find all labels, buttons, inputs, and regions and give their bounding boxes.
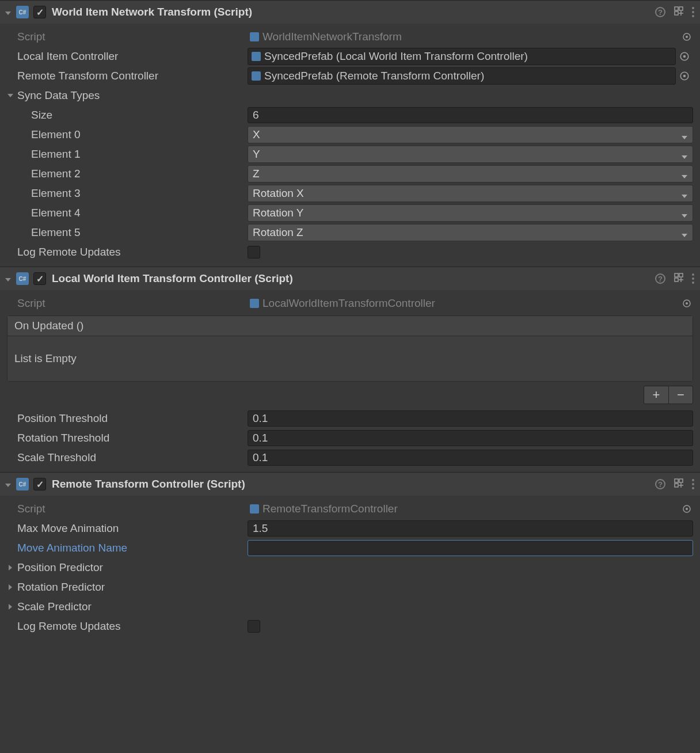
kebab-menu-icon[interactable] bbox=[692, 7, 694, 17]
element-5-dropdown[interactable]: Rotation Z bbox=[248, 224, 693, 241]
enable-checkbox[interactable] bbox=[33, 272, 46, 285]
log-remote-updates-checkbox[interactable] bbox=[248, 246, 260, 258]
rotation-threshold-label: Rotation Threshold bbox=[7, 432, 248, 444]
foldout-toggle[interactable] bbox=[5, 275, 13, 283]
foldout-toggle[interactable] bbox=[5, 480, 13, 488]
chevron-down-icon bbox=[681, 131, 688, 138]
remote-transform-controller-field[interactable]: SyncedPrefab (Remote Transform Controlle… bbox=[248, 67, 676, 85]
script-label: Script bbox=[7, 297, 248, 310]
foldout-arrow[interactable] bbox=[7, 583, 15, 591]
rotation-threshold-input[interactable] bbox=[248, 430, 693, 446]
element-3-label: Element 3 bbox=[7, 187, 248, 200]
scale-predictor-label: Scale Predictor bbox=[17, 600, 92, 613]
help-icon[interactable]: ? bbox=[655, 273, 665, 284]
local-item-controller-field[interactable]: SyncedPrefab (Local World Item Transform… bbox=[248, 48, 676, 65]
log-remote-updates-checkbox[interactable] bbox=[248, 620, 260, 633]
element-4-dropdown[interactable]: Rotation Y bbox=[248, 204, 693, 222]
component-remote-transform-controller: Remote Transform Controller (Script) ? S… bbox=[0, 472, 700, 641]
foldout-arrow[interactable] bbox=[7, 603, 15, 611]
max-move-animation-input[interactable] bbox=[248, 520, 693, 537]
event-empty-text: List is Empty bbox=[7, 336, 693, 381]
object-picker-icon[interactable] bbox=[680, 31, 693, 43]
size-input[interactable] bbox=[248, 107, 693, 123]
enable-checkbox[interactable] bbox=[33, 6, 46, 18]
component-header[interactable]: World Item Network Transform (Script) ? bbox=[0, 1, 700, 24]
chevron-down-icon bbox=[681, 229, 688, 236]
log-remote-updates-label: Log Remote Updates bbox=[7, 620, 248, 633]
help-icon[interactable]: ? bbox=[655, 479, 665, 489]
move-animation-name-label: Move Animation Name bbox=[7, 542, 248, 554]
component-title: World Item Network Transform (Script) bbox=[52, 6, 655, 18]
chevron-down-icon bbox=[681, 210, 688, 216]
add-event-button[interactable]: + bbox=[644, 386, 668, 404]
script-icon bbox=[16, 478, 29, 490]
rotation-predictor-label: Rotation Predictor bbox=[17, 581, 105, 594]
local-item-controller-label: Local Item Controller bbox=[7, 50, 248, 63]
chevron-down-icon bbox=[681, 190, 688, 197]
component-title: Local World Item Transform Controller (S… bbox=[52, 272, 655, 285]
move-animation-name-input[interactable] bbox=[248, 540, 693, 556]
object-picker-icon[interactable] bbox=[680, 297, 693, 310]
remove-event-button[interactable]: − bbox=[668, 386, 693, 404]
foldout-arrow[interactable] bbox=[7, 564, 15, 572]
enable-checkbox[interactable] bbox=[33, 478, 46, 490]
foldout-arrow[interactable] bbox=[7, 92, 15, 100]
element-1-dropdown[interactable]: Y bbox=[248, 146, 693, 163]
csharp-icon bbox=[250, 504, 259, 514]
csharp-icon bbox=[250, 32, 259, 41]
script-label: Script bbox=[7, 503, 248, 515]
component-header[interactable]: Local World Item Transform Controller (S… bbox=[0, 267, 700, 290]
object-picker-icon[interactable] bbox=[676, 48, 693, 65]
kebab-menu-icon[interactable] bbox=[692, 479, 694, 489]
element-5-label: Element 5 bbox=[7, 226, 248, 239]
csharp-icon bbox=[252, 52, 261, 61]
object-picker-icon[interactable] bbox=[680, 503, 693, 515]
max-move-animation-label: Max Move Animation bbox=[7, 522, 248, 535]
kebab-menu-icon[interactable] bbox=[692, 273, 694, 284]
script-field: WorldItemNetworkTransform bbox=[248, 29, 677, 45]
preset-icon[interactable] bbox=[674, 272, 684, 286]
object-picker-icon[interactable] bbox=[676, 67, 693, 85]
preset-icon[interactable] bbox=[674, 478, 684, 491]
element-0-dropdown[interactable]: X bbox=[248, 126, 693, 143]
csharp-icon bbox=[250, 299, 259, 308]
element-1-label: Element 1 bbox=[7, 148, 248, 161]
chevron-down-icon bbox=[681, 170, 688, 177]
help-icon[interactable]: ? bbox=[655, 7, 665, 17]
foldout-toggle[interactable] bbox=[5, 8, 13, 16]
script-field: RemoteTransformController bbox=[248, 501, 677, 517]
remote-transform-controller-label: Remote Transform Controller bbox=[7, 70, 248, 82]
unity-event-box: On Updated () List is Empty bbox=[7, 315, 693, 382]
chevron-down-icon bbox=[681, 151, 688, 158]
script-field: LocalWorldItemTransformController bbox=[248, 295, 677, 311]
script-icon bbox=[16, 6, 29, 18]
component-title: Remote Transform Controller (Script) bbox=[52, 478, 655, 490]
element-3-dropdown[interactable]: Rotation X bbox=[248, 185, 693, 202]
script-label: Script bbox=[7, 31, 248, 43]
position-threshold-input[interactable] bbox=[248, 410, 693, 427]
element-0-label: Element 0 bbox=[7, 128, 248, 141]
element-4-label: Element 4 bbox=[7, 207, 248, 219]
event-header: On Updated () bbox=[7, 316, 693, 336]
element-2-label: Element 2 bbox=[7, 168, 248, 180]
element-2-dropdown[interactable]: Z bbox=[248, 165, 693, 182]
sync-data-types-label: Sync Data Types bbox=[17, 89, 100, 102]
scale-threshold-input[interactable] bbox=[248, 450, 693, 466]
component-header[interactable]: Remote Transform Controller (Script) ? bbox=[0, 473, 700, 496]
position-predictor-label: Position Predictor bbox=[17, 561, 103, 574]
component-world-item-network-transform: World Item Network Transform (Script) ? … bbox=[0, 0, 700, 267]
log-remote-updates-label: Log Remote Updates bbox=[7, 246, 248, 258]
scale-threshold-label: Scale Threshold bbox=[7, 451, 248, 464]
script-icon bbox=[16, 272, 29, 285]
position-threshold-label: Position Threshold bbox=[7, 412, 248, 425]
csharp-icon bbox=[252, 71, 261, 81]
preset-icon[interactable] bbox=[674, 6, 684, 19]
size-label: Size bbox=[7, 109, 248, 121]
component-local-world-item-transform-controller: Local World Item Transform Controller (S… bbox=[0, 267, 700, 472]
